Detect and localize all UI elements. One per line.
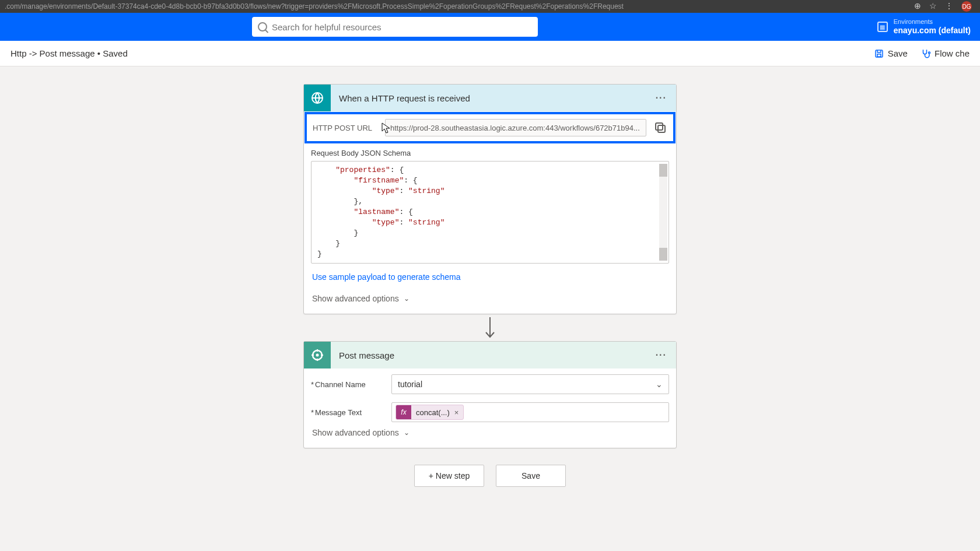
search-input[interactable] [272, 22, 532, 32]
http-post-url-label: HTTP POST URL [313, 124, 378, 132]
trigger-advanced-toggle[interactable]: Show advanced options [312, 294, 399, 303]
expression-token-label: concat(...) [411, 408, 453, 417]
action-card: Post message ··· *Channel Name tutorial … [303, 341, 677, 448]
environment-icon: ▦ [877, 22, 888, 32]
trigger-title: When a HTTP request is received [331, 93, 646, 103]
svg-point-8 [316, 354, 319, 357]
chevron-down-icon: ⌄ [404, 294, 410, 303]
arrow-down-icon [484, 316, 496, 339]
save-icon [874, 48, 884, 59]
trigger-menu-button[interactable]: ··· [646, 93, 676, 103]
teams-action-icon [304, 342, 331, 368]
app-header: ▦ Environments enayu.com (default) [0, 13, 980, 41]
environment-name: enayu.com (default) [894, 26, 971, 35]
action-card-header[interactable]: Post message ··· [304, 342, 676, 368]
expression-token[interactable]: fx concat(...) × [396, 405, 464, 420]
http-post-url-row: HTTP POST URL https://prod-28.southeasta… [304, 112, 676, 143]
remove-token-button[interactable]: × [453, 408, 464, 417]
json-schema-editor[interactable]: "properties": { "firstname": { "type": "… [311, 161, 669, 264]
action-menu-button[interactable]: ··· [646, 350, 676, 360]
action-title: Post message [331, 350, 646, 360]
message-text-input[interactable]: fx concat(...) × [391, 402, 669, 422]
save-button[interactable]: Save [874, 48, 908, 59]
stethoscope-icon [921, 48, 931, 59]
json-schema-label: Request Body JSON Schema [304, 144, 676, 161]
copy-url-button[interactable] [653, 121, 667, 135]
search-icon [258, 22, 267, 31]
schema-scrollbar-thumb-top[interactable] [659, 164, 667, 177]
trigger-card: When a HTTP request is received ··· HTTP… [303, 84, 677, 314]
svg-rect-4 [658, 125, 665, 132]
channel-name-label: *Channel Name [311, 380, 386, 389]
svg-rect-5 [656, 123, 663, 130]
address-bar-url: .com/manage/environments/Default-37374ca… [5, 2, 914, 10]
chevron-down-icon: ⌄ [404, 429, 410, 437]
command-bar: Http -> Post message • Saved Save Flow c… [0, 41, 980, 66]
schema-scrollbar-track [659, 164, 667, 261]
chrome-menu-icon[interactable]: ⋮ [945, 1, 953, 12]
trigger-card-header[interactable]: When a HTTP request is received ··· [304, 85, 676, 111]
new-step-button[interactable]: + New step [414, 465, 484, 487]
browser-chrome-actions: ⊕ ☆ ⋮ DG [914, 1, 975, 12]
action-advanced-toggle[interactable]: Show advanced options [312, 428, 399, 437]
http-trigger-icon [304, 85, 331, 111]
favorite-icon[interactable]: ☆ [929, 1, 937, 12]
save-flow-button[interactable]: Save [496, 465, 566, 487]
breadcrumb: Http -> Post message • Saved [10, 48, 128, 58]
environment-picker[interactable]: ▦ Environments enayu.com (default) [877, 19, 973, 36]
save-button-label: Save [888, 48, 908, 58]
flow-connector [303, 314, 677, 341]
fx-icon: fx [396, 405, 411, 419]
message-text-label: *Message Text [311, 408, 386, 417]
use-sample-payload-link[interactable]: Use sample payload to generate schema [312, 272, 460, 282]
channel-name-select[interactable]: tutorial ⌄ [391, 374, 669, 394]
global-search[interactable] [252, 17, 538, 37]
environment-text: Environments enayu.com (default) [894, 19, 971, 36]
flow-checker-button[interactable]: Flow che [921, 48, 970, 59]
chevron-down-icon: ⌄ [656, 380, 663, 389]
schema-scrollbar-thumb-bottom[interactable] [659, 248, 667, 261]
environments-label: Environments [894, 19, 971, 25]
zoom-icon[interactable]: ⊕ [914, 1, 921, 12]
flow-checker-label: Flow che [935, 48, 970, 58]
flow-canvas[interactable]: When a HTTP request is received ··· HTTP… [0, 66, 980, 551]
profile-avatar-icon[interactable]: DG [961, 1, 972, 12]
copy-icon [653, 121, 667, 135]
browser-chrome: .com/manage/environments/Default-37374ca… [0, 0, 980, 13]
http-post-url-value[interactable]: https://prod-28.southeastasia.logic.azur… [385, 119, 646, 136]
svg-rect-1 [877, 54, 881, 57]
channel-name-value: tutorial [398, 380, 422, 389]
svg-point-2 [928, 52, 930, 54]
